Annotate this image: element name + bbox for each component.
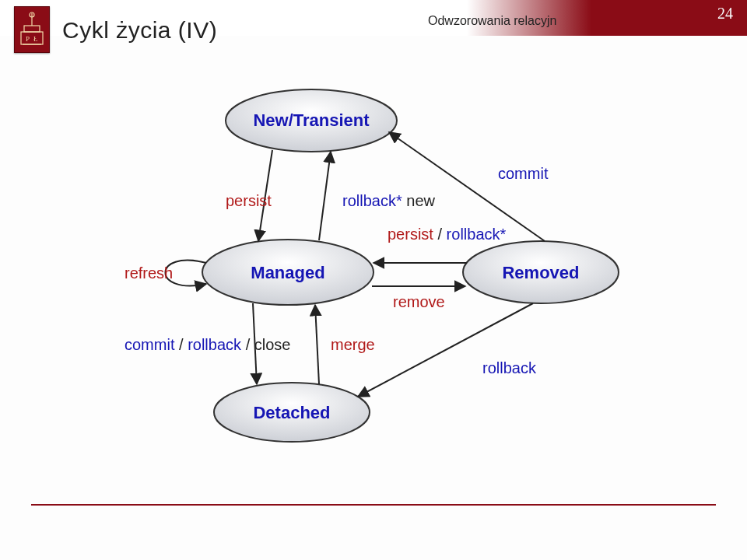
state-managed: Managed xyxy=(202,240,374,305)
edge-persist-rollback-label: persist / rollback* xyxy=(388,226,507,243)
state-detached-label: Detached xyxy=(253,403,330,422)
edge-persist-label: persist xyxy=(226,192,272,209)
edge-rollback-new-label: rollback* new xyxy=(342,192,436,209)
edge-remove: remove xyxy=(372,286,465,310)
page-title: Cykl życia (IV) xyxy=(62,17,217,44)
state-removed-label: Removed xyxy=(502,263,579,282)
edge-commit-rollback-close-label: commit / rollback / close xyxy=(124,336,290,353)
edge-merge-label: merge xyxy=(331,336,375,353)
lifecycle-diagram: New/Transient Managed Removed Detached xyxy=(109,70,638,459)
page-number: 24 xyxy=(717,5,733,23)
state-new-transient-label: New/Transient xyxy=(253,110,370,130)
svg-line-13 xyxy=(319,152,331,240)
edge-refresh-label: refresh xyxy=(124,264,173,282)
state-new-transient: New/Transient xyxy=(226,89,397,152)
svg-line-18 xyxy=(315,305,319,384)
edge-commit: commit xyxy=(389,132,549,241)
state-removed: Removed xyxy=(463,241,619,303)
edge-commit-rollback-close: commit / rollback / close xyxy=(124,303,290,384)
footer-rule xyxy=(31,504,716,506)
edge-refresh: refresh xyxy=(124,261,206,286)
svg-text:P: P xyxy=(26,35,30,43)
header-caption: Odwzorowania relacyjn xyxy=(428,14,568,28)
svg-line-19 xyxy=(358,303,533,397)
svg-line-14 xyxy=(389,132,545,241)
edge-remove-label: remove xyxy=(393,293,445,310)
state-managed-label: Managed xyxy=(251,263,324,282)
slide: 24 P Ł Cykl życia (IV) Odwzorowania rela… xyxy=(0,0,747,560)
edge-persist: persist xyxy=(226,150,272,241)
university-logo-icon: P Ł xyxy=(14,6,50,53)
edge-commit-label: commit xyxy=(498,165,549,182)
edge-merge: merge xyxy=(315,305,375,384)
edge-rollback-label: rollback xyxy=(482,359,537,376)
state-detached: Detached xyxy=(214,383,370,442)
edge-rollback: rollback xyxy=(358,303,537,397)
svg-text:Ł: Ł xyxy=(33,35,38,43)
